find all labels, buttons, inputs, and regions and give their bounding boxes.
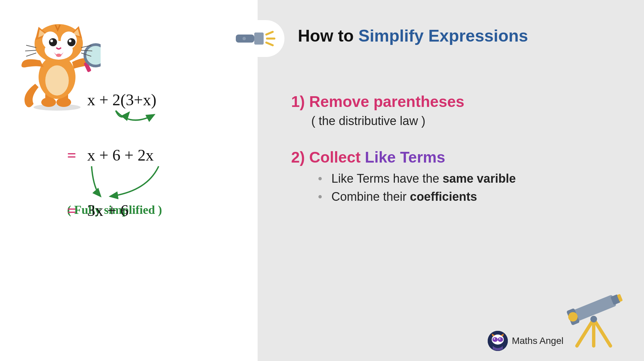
step-1-subtext: ( the distributive law ) (311, 114, 617, 128)
svg-line-18 (25, 50, 36, 51)
page-title: How to Simplify Expressions (298, 26, 617, 46)
telescope-icon (557, 287, 631, 348)
svg-point-12 (49, 38, 57, 46)
math-line-2: =x + 6 + 2x (67, 146, 228, 164)
svg-line-19 (26, 53, 36, 56)
right-panel: How to Simplify Expressions 1) Remove pa… (258, 0, 644, 361)
brand-logo: Maths Angel (488, 331, 564, 351)
math-line-1: x + 2(3+x) (67, 91, 228, 109)
svg-point-43 (499, 338, 500, 340)
svg-point-16 (56, 54, 61, 57)
math-line-3: =3x + 6 (67, 201, 228, 220)
left-panel: x + 2(3+x) =x + 6 + 2x (0, 0, 258, 361)
bullet-2: Combine their coefficients (318, 190, 617, 204)
svg-point-13 (67, 38, 75, 46)
expr-2: x + 6 + 2x (87, 146, 154, 164)
brand-name: Maths Angel (512, 336, 564, 346)
svg-line-27 (266, 32, 273, 35)
step-2-number: 2) (291, 148, 305, 166)
steps-list: 1) Remove parentheses ( the distributive… (291, 93, 617, 204)
step-2-title-purple: Like Terms (365, 148, 445, 166)
step-2-bullets: Like Terms have the same varible Combine… (318, 172, 617, 204)
step-1-heading: 1) Remove parentheses (291, 93, 617, 111)
combine-arrows-icon (87, 165, 174, 201)
svg-point-25 (243, 37, 246, 40)
flashlight-icon (234, 28, 281, 49)
svg-point-15 (69, 40, 71, 42)
svg-point-42 (494, 338, 495, 340)
expr-3: 3x + 6 (87, 201, 128, 219)
svg-line-28 (266, 43, 273, 45)
brand-avatar-icon (488, 331, 508, 351)
distribute-arrows-icon (111, 107, 178, 127)
bullet-1: Like Terms have the same varible (318, 172, 617, 186)
title-highlight: Simplify Expressions (359, 26, 528, 45)
equals-sign: = (67, 146, 80, 164)
svg-point-41 (498, 337, 503, 342)
svg-point-5 (45, 65, 69, 96)
step-2-heading: 2) Collect Like Terms (291, 148, 617, 166)
svg-rect-24 (254, 33, 264, 45)
step-1-title: Remove parentheses (309, 93, 465, 110)
svg-point-40 (492, 337, 498, 342)
step-2-title-pink: Collect (309, 148, 361, 166)
expr-1: x + 2(3+x) (87, 91, 156, 109)
math-working: x + 2(3+x) =x + 6 + 2x (67, 91, 228, 217)
step-1-number: 1) (291, 93, 305, 110)
flashlight-badge (231, 20, 284, 57)
svg-point-14 (50, 40, 53, 42)
title-prefix: How to (298, 26, 354, 45)
svg-line-30 (594, 319, 610, 346)
svg-line-29 (577, 319, 594, 346)
equals-sign: = (67, 201, 80, 220)
svg-point-32 (590, 316, 597, 322)
